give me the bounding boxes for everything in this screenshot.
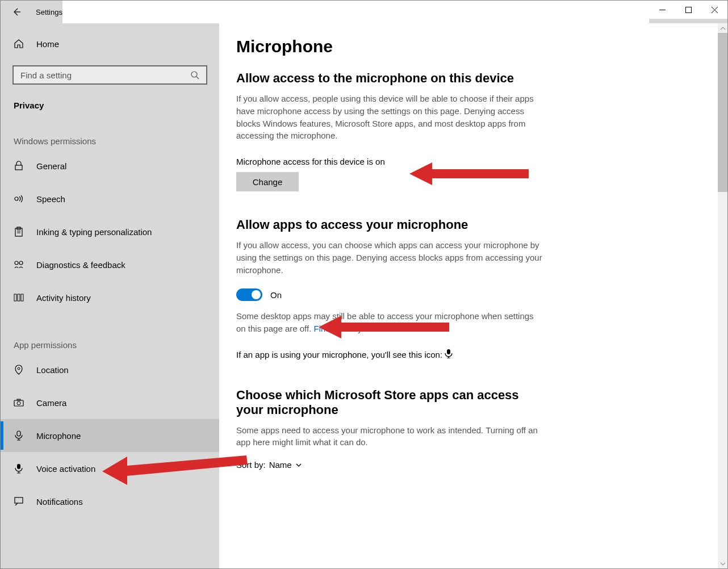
svg-rect-23 xyxy=(17,464,20,469)
sidebar-item-general[interactable]: General xyxy=(1,149,219,182)
scroll-track[interactable] xyxy=(718,33,727,559)
section-device-access: Allow access to the microphone on this d… xyxy=(236,71,710,191)
window-controls xyxy=(649,1,727,19)
vertical-scrollbar[interactable] xyxy=(718,23,727,568)
svg-rect-15 xyxy=(14,294,16,301)
camera-icon xyxy=(14,398,24,408)
sidebar-item-notifications[interactable]: Notifications xyxy=(1,485,219,518)
home-nav[interactable]: Home xyxy=(1,30,219,57)
sidebar-item-speech[interactable]: Speech xyxy=(1,182,219,215)
sidebar-section: Privacy xyxy=(1,101,219,110)
close-button[interactable] xyxy=(701,1,727,19)
group-app-permissions: App permissions xyxy=(1,340,219,350)
back-icon[interactable] xyxy=(12,7,21,16)
find-out-why-link[interactable]: Find out why xyxy=(314,324,362,333)
group-windows-permissions: Windows permissions xyxy=(1,136,219,146)
section-heading: Allow access to the microphone on this d… xyxy=(236,71,710,86)
sidebar-item-diagnostics[interactable]: Diagnostics & feedback xyxy=(1,248,219,281)
section-desc: If you allow access, people using this d… xyxy=(236,93,543,142)
toggle-state-label: On xyxy=(270,290,282,300)
svg-rect-21 xyxy=(17,399,20,400)
svg-rect-2 xyxy=(685,7,691,12)
chevron-down-icon xyxy=(295,462,302,468)
allow-apps-toggle[interactable] xyxy=(236,288,262,301)
sidebar-item-microphone[interactable]: Microphone xyxy=(1,419,219,452)
scroll-thumb[interactable] xyxy=(718,33,727,192)
svg-point-5 xyxy=(191,72,197,77)
sidebar-item-label: General xyxy=(36,161,66,171)
svg-rect-17 xyxy=(21,294,23,301)
svg-point-20 xyxy=(17,401,20,405)
section-store-apps: Choose which Microsoft Store apps can ac… xyxy=(236,388,710,470)
sidebar-item-label: Voice activation xyxy=(36,464,95,474)
search-icon xyxy=(190,70,199,80)
change-button[interactable]: Change xyxy=(236,172,299,191)
home-label: Home xyxy=(36,39,59,49)
history-icon xyxy=(14,292,24,303)
sort-value: Name xyxy=(269,460,292,470)
svg-rect-25 xyxy=(447,349,450,354)
microphone-indicator-icon xyxy=(445,349,453,362)
microphone-icon xyxy=(14,430,24,441)
window-title: Settings xyxy=(36,8,62,16)
svg-point-13 xyxy=(15,261,18,265)
section-heading: Choose which Microsoft Store apps can ac… xyxy=(236,388,543,417)
lock-icon xyxy=(14,161,24,171)
maximize-button[interactable] xyxy=(675,1,701,19)
minimize-button[interactable] xyxy=(649,1,675,19)
sidebar-item-label: Notifications xyxy=(36,497,83,507)
sidebar-item-inking[interactable]: Inking & typing personalization xyxy=(1,215,219,248)
sidebar-item-label: Microphone xyxy=(36,431,81,441)
svg-rect-22 xyxy=(17,431,20,436)
svg-rect-7 xyxy=(15,165,22,170)
sidebar-item-camera[interactable]: Camera xyxy=(1,386,219,419)
clipboard-icon xyxy=(14,227,24,237)
sidebar-item-label: Location xyxy=(36,365,69,375)
sidebar-item-label: Camera xyxy=(36,398,66,408)
home-icon xyxy=(14,39,24,49)
sidebar-item-label: Speech xyxy=(36,194,65,204)
section-app-access: Allow apps to access your microphone If … xyxy=(236,217,710,362)
content-area: Microphone Allow access to the microphon… xyxy=(219,23,727,568)
speech-icon xyxy=(14,194,24,204)
sidebar-item-voice-activation[interactable]: Voice activation xyxy=(1,452,219,485)
sidebar-item-label: Inking & typing personalization xyxy=(36,227,152,237)
svg-rect-24 xyxy=(15,497,23,503)
scroll-up-button[interactable] xyxy=(718,23,727,33)
svg-point-8 xyxy=(15,197,18,200)
sidebar-item-location[interactable]: Location xyxy=(1,353,219,386)
section-heading: Allow apps to access your microphone xyxy=(236,217,710,232)
svg-point-14 xyxy=(19,261,23,265)
section-desc: Some apps need to access your microphone… xyxy=(236,424,543,449)
notifications-icon xyxy=(14,496,24,507)
sidebar-item-label: Diagnostics & feedback xyxy=(36,260,125,270)
location-icon xyxy=(14,365,24,375)
titlebar: Settings xyxy=(1,1,727,23)
desktop-apps-note: Some desktop apps may still be able to a… xyxy=(236,310,543,335)
sidebar-item-activity[interactable]: Activity history xyxy=(1,281,219,314)
svg-point-18 xyxy=(18,367,20,370)
sort-by-dropdown[interactable]: Sort by: Name xyxy=(236,460,710,470)
microphone-solid-icon xyxy=(14,463,24,474)
device-access-status: Microphone access for this device is on xyxy=(236,157,710,166)
svg-line-6 xyxy=(196,77,199,79)
scroll-down-button[interactable] xyxy=(718,559,727,568)
sidebar-item-label: Activity history xyxy=(36,293,91,303)
sidebar: Home Privacy Windows permissions General… xyxy=(1,23,219,568)
section-desc: If you allow access, you can choose whic… xyxy=(236,239,543,276)
mic-in-use-note: If an app is using your microphone, you'… xyxy=(236,349,543,362)
feedback-icon xyxy=(14,260,24,270)
svg-rect-16 xyxy=(18,294,20,301)
search-field[interactable] xyxy=(20,70,190,80)
page-title: Microphone xyxy=(236,37,710,56)
search-input[interactable] xyxy=(12,65,207,85)
